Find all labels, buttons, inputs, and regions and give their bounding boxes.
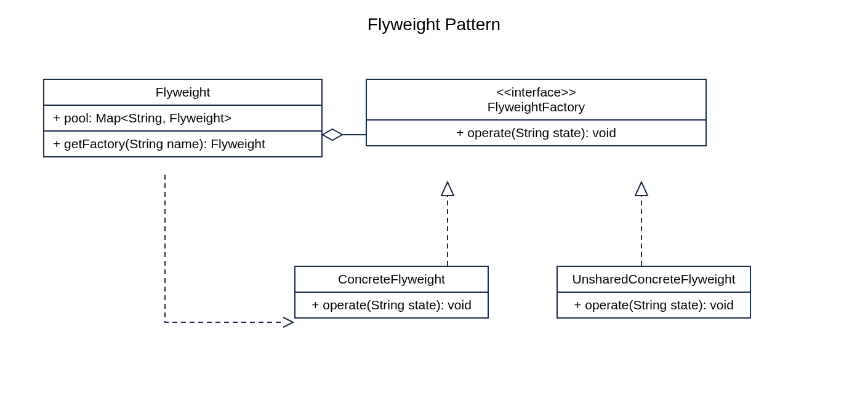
aggregation-flyweight-to-factory [0,0,868,417]
interface-flyweight-factory-header: <<interface>> FlyweightFactory [367,80,705,121]
class-unshared-concrete-flyweight: UnsharedConcreteFlyweight + operate(Stri… [557,266,751,319]
class-flyweight-operation: + getFactory(String name): Flyweight [44,132,321,156]
class-flyweight: Flyweight + pool: Map<String, Flyweight>… [43,79,323,157]
class-unshared-concrete-flyweight-operation: + operate(String state): void [558,293,750,317]
dependency-flyweight-to-concrete [0,0,868,417]
class-concrete-flyweight: ConcreteFlyweight + operate(String state… [294,266,489,319]
realization-unshared-to-factory [0,0,868,417]
class-flyweight-name: Flyweight [44,80,321,106]
interface-flyweight-factory-operation: + operate(String state): void [367,121,705,145]
interface-flyweight-factory: <<interface>> FlyweightFactory + operate… [366,79,707,146]
class-flyweight-attribute: + pool: Map<String, Flyweight> [44,106,321,132]
interface-name: FlyweightFactory [376,100,697,114]
class-concrete-flyweight-name: ConcreteFlyweight [295,267,488,293]
svg-marker-1 [323,129,342,140]
svg-marker-3 [441,182,454,196]
interface-stereotype: <<interface>> [376,85,697,100]
class-concrete-flyweight-operation: + operate(String state): void [295,293,488,317]
diagram-title: Flyweight Pattern [0,15,868,34]
class-unshared-concrete-flyweight-name: UnsharedConcreteFlyweight [558,267,750,293]
realization-concrete-to-factory [0,0,868,417]
svg-marker-5 [635,182,648,196]
